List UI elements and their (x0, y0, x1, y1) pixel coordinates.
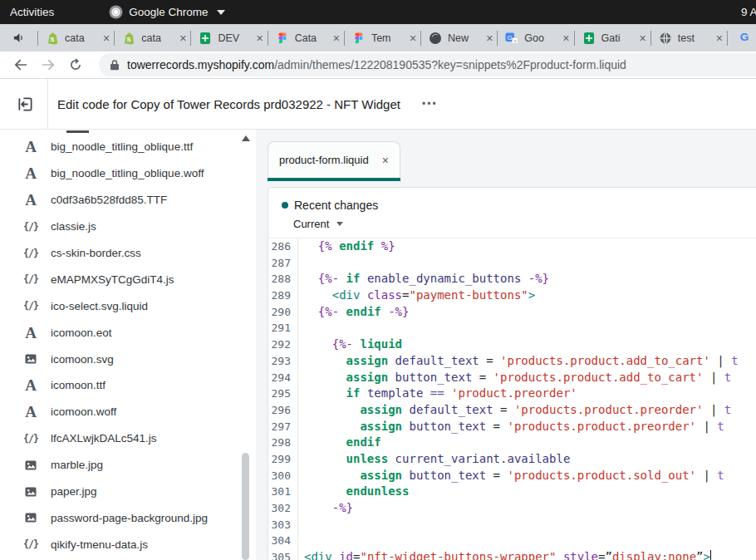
browser-tab[interactable]: New× (421, 24, 497, 52)
file-list: Abig_noodle_titling_oblique.ttfAbig_nood… (0, 134, 239, 558)
file-name: classie.js (51, 220, 96, 233)
scrollbar-thumb[interactable] (242, 453, 249, 560)
activities-button[interactable]: Activities (10, 6, 54, 18)
file-item[interactable]: {/}qikify-tmenu-data.js (0, 531, 239, 558)
code-line[interactable]: 299 unless current_variant.available (268, 451, 756, 468)
file-item[interactable]: {/}classie.js (0, 214, 239, 240)
browser-tab[interactable]: Cata× (268, 24, 344, 52)
browser-tab[interactable]: Gati× (575, 24, 650, 52)
line-number: 288 (268, 271, 298, 287)
more-actions-icon[interactable]: ••• (422, 98, 438, 110)
scrollbar-up-arrow-icon[interactable] (242, 135, 250, 141)
tab-close-icon[interactable]: × (640, 32, 646, 45)
forward-button[interactable] (39, 56, 57, 74)
code-line[interactable]: 290 {%- endif -%} (268, 304, 756, 321)
tab-close-icon[interactable]: × (716, 32, 723, 45)
browser-tab[interactable]: GxGoo× (498, 24, 573, 52)
code-line[interactable]: 300 assign button_text = 'products.produ… (268, 468, 756, 484)
file-item[interactable]: {/}lfcAXLwjkDALc541.js (0, 425, 239, 452)
url-bar[interactable]: towerrecords.myshopify.com/admin/themes/… (99, 53, 756, 76)
file-item[interactable]: Aicomoon.ttf (0, 372, 239, 399)
line-number: 305 (268, 549, 298, 560)
reload-button[interactable] (66, 56, 85, 74)
browser-tab-label: Goo (524, 32, 560, 44)
file-item[interactable]: Ac0df3a6b528fdd85.TTF (0, 187, 239, 214)
tab-close-icon[interactable]: × (333, 32, 340, 45)
reload-icon (68, 57, 83, 72)
browser-tab[interactable]: DEV× (191, 24, 267, 52)
file-name: marble.jpg (51, 459, 103, 471)
code-line-text: {%- if enable_dynamic_buttons -%} (298, 271, 549, 287)
file-item[interactable]: {/}ico-select.svg.liquid (0, 292, 239, 319)
code-line-text: -%} (298, 500, 353, 517)
translate-favicon-icon: Gx (505, 32, 518, 45)
svg-text:S: S (50, 36, 54, 43)
code-file-icon: {/} (22, 273, 40, 285)
editor-pane: product-form.liquid × Recent changes Cur… (256, 130, 756, 560)
code-line[interactable]: 297 assign button_text = 'products.produ… (268, 419, 756, 435)
code-line[interactable]: 289 <div class="payment-buttons"> (268, 287, 756, 304)
tab-close-icon[interactable]: × (486, 32, 493, 45)
code-line[interactable]: 294 assign button_text = 'products.produ… (268, 370, 756, 386)
file-item[interactable]: Aicomoon.eot (0, 319, 239, 346)
code-line[interactable]: 296 assign default_text = 'products.prod… (268, 402, 756, 419)
browser-tab[interactable]: test× (651, 24, 727, 52)
file-item[interactable]: paper.jpg (0, 479, 239, 505)
editor-file-tab[interactable]: product-form.liquid × (268, 141, 400, 178)
code-line[interactable]: 295 if template == 'product.preorder' (268, 386, 756, 402)
file-item[interactable]: {/}cs-skin-border.css (0, 240, 239, 267)
code-line[interactable]: 305<div id="nft-widget-buttons-wrapper" … (268, 549, 756, 560)
tab-audio-indicator[interactable] (0, 32, 37, 44)
exit-code-editor-button[interactable] (15, 94, 35, 114)
code-line[interactable]: 292 {%- liquid (268, 336, 756, 353)
file-item[interactable]: icomoon.svg (0, 346, 239, 372)
browser-tab-partial[interactable]: G (728, 24, 756, 52)
code-line[interactable]: 287 (268, 255, 756, 272)
app-menu[interactable]: Google Chrome (109, 5, 224, 19)
file-item[interactable]: {/}eMAPMXSyTCgGdiT4.js (0, 266, 239, 292)
code-line[interactable]: 302 -%} (268, 500, 756, 517)
image-file-icon (22, 485, 40, 499)
editor-tab-close-icon[interactable]: × (382, 154, 389, 167)
file-item[interactable]: marble.jpg (0, 452, 239, 479)
back-button[interactable] (12, 56, 30, 74)
code-line-text: assign default_text = 'products.product.… (298, 353, 739, 370)
code-line[interactable]: 301 endunless (268, 484, 756, 500)
exit-icon (17, 96, 34, 113)
tab-close-icon[interactable]: × (562, 32, 569, 45)
code-line[interactable]: 303 (268, 517, 756, 533)
code-line[interactable]: 288 {%- if enable_dynamic_buttons -%} (268, 271, 756, 287)
code-file-icon: {/} (22, 248, 40, 259)
file-item[interactable]: password-page-background.jpg (0, 504, 239, 531)
partial-file-item (66, 130, 89, 133)
code-line-text: endif (298, 435, 381, 451)
header-divider (47, 79, 48, 129)
tab-close-icon[interactable]: × (103, 32, 110, 45)
code-line[interactable]: 286 {% endif %} (268, 238, 756, 255)
code-line[interactable]: 298 endif (268, 435, 756, 451)
browser-tabs: Scata×Scata×DEV×Cata×Tem×New×GxGoo×Gati×… (37, 24, 728, 52)
svg-text:S: S (127, 36, 131, 43)
code-line[interactable]: 291 (268, 320, 756, 336)
content: Abig_noodle_titling_oblique.ttfAbig_nood… (0, 130, 756, 560)
version-dropdown[interactable]: Current (282, 218, 756, 230)
tab-close-icon[interactable]: × (256, 32, 263, 45)
clock[interactable]: 9 A (741, 0, 756, 24)
file-item[interactable]: Abig_noodle_titling_oblique.woff (0, 160, 239, 187)
tab-close-icon[interactable]: × (410, 32, 416, 45)
browser-tab[interactable]: Scata× (38, 24, 114, 52)
file-item[interactable]: Aicomoon.woff (0, 399, 239, 425)
code-line-text: unless current_variant.available (298, 451, 570, 468)
line-number: 297 (268, 419, 298, 435)
code-line[interactable]: 293 assign default_text = 'products.prod… (268, 353, 756, 370)
code-editor[interactable]: 286 {% endif %}287288 {%- if enable_dyna… (268, 238, 756, 560)
tab-close-icon[interactable]: × (179, 32, 186, 45)
browser-tab[interactable]: Scata× (115, 24, 190, 52)
code-line[interactable]: 304 (268, 533, 756, 549)
app-menu-caret-icon (217, 10, 225, 15)
browser-tab[interactable]: Tem× (345, 24, 420, 52)
back-arrow-icon (13, 57, 28, 72)
code-line-text: assign button_text = 'products.product.s… (298, 468, 724, 484)
file-item[interactable]: Abig_noodle_titling_oblique.ttf (0, 134, 239, 160)
sidebar-scrollbar[interactable] (240, 130, 251, 560)
